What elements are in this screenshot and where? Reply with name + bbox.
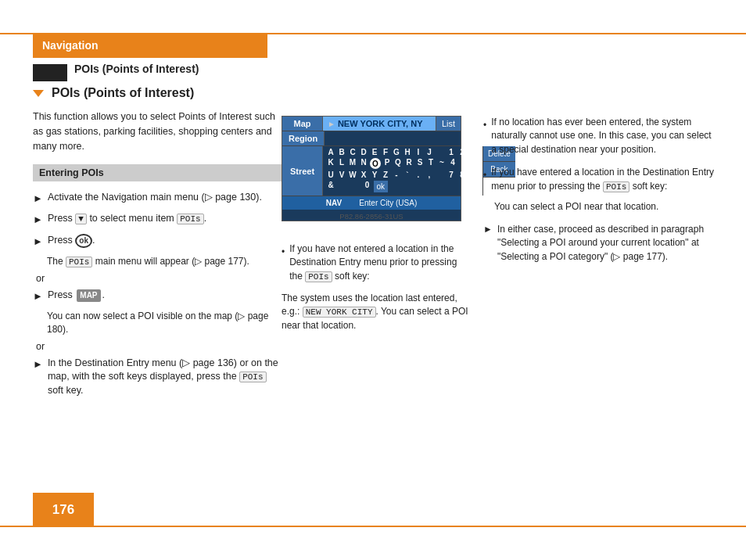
key-space2 <box>436 171 445 179</box>
right-indent-text: You can select a POI near that location. <box>483 200 718 214</box>
key-p[interactable]: P <box>382 158 392 169</box>
key-d[interactable]: D <box>359 148 368 156</box>
nav-region-row: Region <box>282 131 461 146</box>
key-3[interactable]: 3 <box>468 148 478 156</box>
key-x[interactable]: X <box>359 171 368 179</box>
nav-city-display: ► NEW YORK CITY, NY <box>323 117 436 131</box>
middle-column: • If you have not entered a location in … <box>282 242 469 340</box>
ok-nav-btn[interactable]: ok <box>374 181 389 192</box>
arrow-icon-3: ► <box>33 235 43 249</box>
entering-pois-box: Entering POIs <box>33 164 282 181</box>
map-nav-btn[interactable]: Map <box>282 117 323 131</box>
right-arrow-icon: ► <box>483 223 493 264</box>
bullet-dot-1: • <box>282 246 285 284</box>
nav-caption: P82.86-2856-31US <box>282 212 461 221</box>
key-k[interactable]: K <box>326 158 335 169</box>
key-tilde[interactable]: ~ <box>437 158 447 169</box>
main-heading: POIs (Points of Interest) <box>74 63 199 75</box>
middle-indent-text: The system uses the location last entere… <box>282 292 469 333</box>
key-row-1: A B C D E F G H I J 1 2 3 <box>326 148 479 156</box>
page-number-box: 176 <box>33 493 94 527</box>
sub-heading: POIs (Points of Interest) <box>33 86 194 100</box>
nav-arrow-icon: ► <box>328 120 335 128</box>
key-2[interactable]: 2 <box>457 148 467 156</box>
right-arrow-item: ► In either case, proceed as described i… <box>483 223 718 264</box>
arrow-icon-1: ► <box>33 192 43 206</box>
key-v[interactable]: V <box>337 171 346 179</box>
key-q[interactable]: Q <box>393 158 403 169</box>
key-r[interactable]: R <box>404 158 414 169</box>
key-s[interactable]: S <box>415 158 425 169</box>
nav-street-row: Street A B C D E F G H I J 1 2 3 K L <box>282 146 461 196</box>
street-nav-btn[interactable]: Street <box>282 146 323 196</box>
key-a[interactable]: A <box>326 148 335 156</box>
key-y[interactable]: Y <box>370 171 379 179</box>
key-5[interactable]: 5 <box>459 158 468 169</box>
key-dash[interactable]: - <box>392 171 401 179</box>
key-n[interactable]: N <box>359 158 368 169</box>
key-h[interactable]: H <box>403 148 412 156</box>
key-row-3: U V W X Y Z - ` . , 7 8 9 <box>326 171 479 179</box>
region-nav-btn[interactable]: Region <box>282 131 325 145</box>
key-z[interactable]: Z <box>381 171 390 179</box>
steps-list: ► Activate the Navigation main menu (▷ p… <box>33 191 282 249</box>
nav-label: NAV <box>326 199 342 207</box>
key-7[interactable]: 7 <box>447 171 456 179</box>
nav-map-row: Map ► NEW YORK CITY, NY List <box>282 117 461 131</box>
right-column: • If no location has ever been entered, … <box>483 116 718 273</box>
key-6[interactable]: 6 <box>470 158 479 169</box>
right-bullet-2: • If you have entered a location in the … <box>483 166 718 193</box>
down-button: ▼ <box>75 214 87 224</box>
key-i[interactable]: I <box>414 148 423 156</box>
key-e[interactable]: E <box>370 148 379 156</box>
key-j[interactable]: J <box>425 148 434 156</box>
key-c[interactable]: C <box>348 148 357 156</box>
pois-ref-1: POIs <box>305 271 332 282</box>
middle-bullet-1: • If you have not entered a location in … <box>282 242 469 284</box>
right-bullet-1-text: If no location has ever been entered, th… <box>491 116 718 156</box>
key-0[interactable]: 0 <box>363 181 372 192</box>
key-4[interactable]: 4 <box>448 158 457 169</box>
key-l[interactable]: L <box>337 158 346 169</box>
step-4-indent: You can now select a POI visible on the … <box>33 310 282 336</box>
enter-city-label: Enter City (USA) <box>359 199 417 207</box>
key-w[interactable]: W <box>348 171 357 179</box>
key-row-4: & 0 ok <box>326 181 479 192</box>
key-amp[interactable]: & <box>326 181 335 192</box>
key-g[interactable]: G <box>392 148 401 156</box>
bottom-divider <box>0 526 746 527</box>
right-bullet-1: • If no location has ever been entered, … <box>483 116 718 156</box>
key-f[interactable]: F <box>381 148 390 156</box>
right-bullet-2-text: If you have entered a location in the De… <box>491 166 718 193</box>
pois-code: POIs <box>177 214 203 224</box>
key-1[interactable]: 1 <box>447 148 456 156</box>
step-4: ► Press MAP. <box>33 289 282 303</box>
step-4-text: Press MAP. <box>48 289 105 303</box>
key-dot[interactable]: . <box>414 171 423 179</box>
step-1: ► Activate the Navigation main menu (▷ p… <box>33 191 282 206</box>
arrow-icon-4: ► <box>33 289 43 303</box>
nav-list-btn[interactable]: List <box>436 117 461 131</box>
nav-ui-panel: Map ► NEW YORK CITY, NY List Region Stre… <box>282 116 461 221</box>
pois-ref-2: POIs <box>603 181 629 192</box>
or-2: or <box>36 341 282 352</box>
arrow-icon-5: ► <box>33 357 43 372</box>
right-bullet-dot-1: • <box>483 119 486 156</box>
header-title: Navigation <box>42 39 99 52</box>
key-o[interactable]: O <box>370 158 381 169</box>
header-bar: Navigation <box>33 33 267 58</box>
nav-bottom-bar: NAV Enter City (USA) <box>282 196 461 210</box>
key-8[interactable]: 8 <box>457 171 467 179</box>
key-9[interactable]: 9 <box>468 171 478 179</box>
key-b[interactable]: B <box>337 148 346 156</box>
step-5-text: In the Destination Entry menu (▷ page 13… <box>48 357 282 398</box>
key-t[interactable]: T <box>426 158 436 169</box>
key-backtick[interactable]: ` <box>403 171 412 179</box>
step-2-text: Press ▼ to select menu item POIs. <box>48 212 206 226</box>
middle-bullet-1-text: If you have not entered a location in th… <box>289 242 469 284</box>
left-column: This function allows you to select Point… <box>33 109 282 404</box>
key-comma[interactable]: , <box>425 171 434 179</box>
key-u[interactable]: U <box>326 171 335 179</box>
keyboard-area: A B C D E F G H I J 1 2 3 K L M N O <box>323 146 482 196</box>
key-m[interactable]: M <box>348 158 357 169</box>
